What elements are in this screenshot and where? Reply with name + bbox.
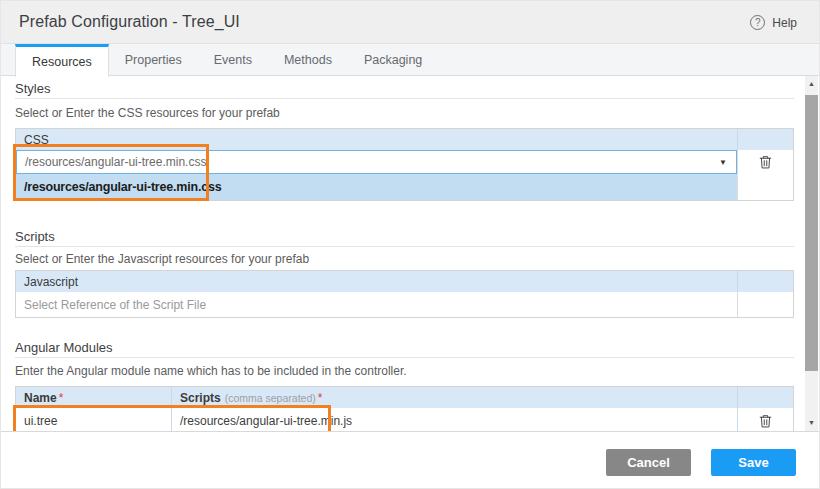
tab-methods[interactable]: Methods xyxy=(268,44,348,75)
scroll-up-arrow-icon[interactable]: ▲ xyxy=(805,80,818,87)
javascript-placeholder: Select Reference of the Script File xyxy=(24,298,206,312)
titlebar: Prefab Configuration - Tree_UI ? Help xyxy=(1,1,820,44)
scripts-header-label: Scripts xyxy=(180,391,221,405)
css-delete-column-header xyxy=(737,129,793,150)
vertical-scrollbar[interactable]: ▲ ▼ xyxy=(805,76,818,432)
trash-icon xyxy=(758,413,773,429)
styles-description: Select or Enter the CSS resources for yo… xyxy=(15,106,794,120)
angular-modules-heading: Angular Modules xyxy=(15,340,794,358)
scroll-down-arrow-icon[interactable]: ▼ xyxy=(805,419,818,426)
name-column-header: Name * xyxy=(16,387,172,408)
module-scripts-field[interactable]: /resources/angular-ui-tree.min.js xyxy=(172,408,737,432)
angular-modules-description: Enter the Angular module name which has … xyxy=(15,364,794,378)
page-title: Prefab Configuration - Tree_UI xyxy=(19,13,240,31)
javascript-column-header: Javascript xyxy=(16,271,737,292)
tab-resources[interactable]: Resources xyxy=(15,44,109,77)
name-header-label: Name xyxy=(24,391,57,405)
css-dropdown-option[interactable]: /resources/angular-ui-tree.min.css xyxy=(16,174,737,200)
help-icon: ? xyxy=(750,15,765,30)
styles-heading: Styles xyxy=(15,81,794,99)
tab-packaging[interactable]: Packaging xyxy=(348,44,438,75)
dialog-footer: Cancel Save xyxy=(1,433,820,489)
css-table: CSS /resources/angular-ui-tree.min.css ▼ xyxy=(15,128,794,201)
javascript-delete-column-header xyxy=(737,271,793,292)
scripts-column-header: Scripts (comma separated) * xyxy=(172,387,737,408)
javascript-input-row[interactable]: Select Reference of the Script File xyxy=(16,292,793,317)
css-select-row: /resources/angular-ui-tree.min.css ▼ xyxy=(16,150,793,174)
help-label: Help xyxy=(772,16,797,30)
angular-modules-table-header: Name * Scripts (comma separated) * xyxy=(16,387,793,408)
tab-bar: Resources Properties Events Methods Pack… xyxy=(1,44,820,76)
scripts-heading: Scripts xyxy=(15,229,794,247)
angular-modules-table: Name * Scripts (comma separated) * ui.tr… xyxy=(15,386,794,432)
tab-properties[interactable]: Properties xyxy=(109,44,198,75)
css-select-value: /resources/angular-ui-tree.min.css xyxy=(25,155,206,169)
javascript-table: Javascript Select Reference of the Scrip… xyxy=(15,270,794,318)
save-button[interactable]: Save xyxy=(711,449,796,476)
help-button[interactable]: ? Help xyxy=(750,1,797,44)
css-delete-button[interactable] xyxy=(753,151,779,173)
table-row: ui.tree /resources/angular-ui-tree.min.j… xyxy=(16,408,793,432)
module-delete-button[interactable] xyxy=(753,410,779,432)
prefab-configuration-dialog: Prefab Configuration - Tree_UI ? Help Re… xyxy=(0,0,820,489)
scripts-required-marker: * xyxy=(318,391,323,405)
trash-icon xyxy=(758,154,773,170)
scrollbar-thumb[interactable] xyxy=(805,95,818,371)
css-resource-select[interactable]: /resources/angular-ui-tree.min.css ▼ xyxy=(16,150,737,174)
module-name-field[interactable]: ui.tree xyxy=(16,408,172,432)
tab-events[interactable]: Events xyxy=(198,44,268,75)
cancel-button[interactable]: Cancel xyxy=(606,449,691,476)
scripts-description: Select or Enter the Javascript resources… xyxy=(15,252,794,266)
chevron-down-icon: ▼ xyxy=(719,158,727,167)
resources-panel: Styles Select or Enter the CSS resources… xyxy=(1,76,820,432)
javascript-table-header: Javascript xyxy=(16,271,793,292)
css-table-header: CSS xyxy=(16,129,793,150)
scripts-header-hint: (comma separated) xyxy=(225,392,316,404)
css-dropdown-option-row: /resources/angular-ui-tree.min.css xyxy=(16,174,793,200)
css-column-header: CSS xyxy=(16,129,737,150)
name-required-marker: * xyxy=(59,391,64,405)
modules-delete-column-header xyxy=(737,387,793,408)
